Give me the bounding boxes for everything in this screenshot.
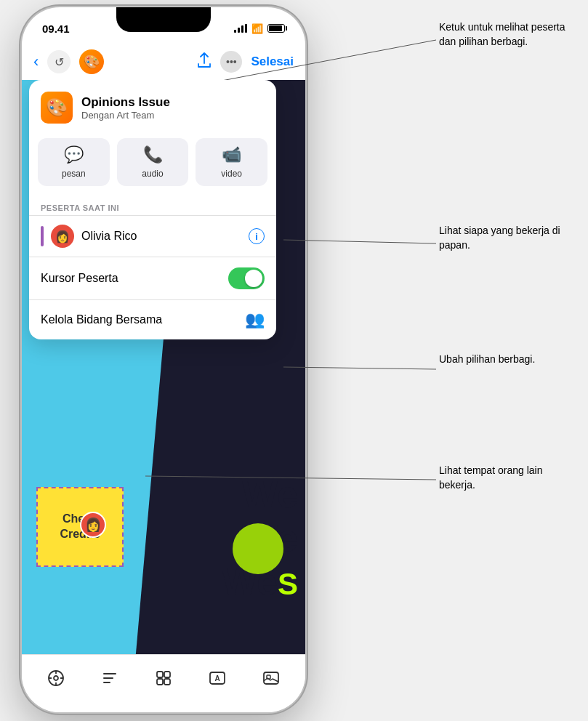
participants-section-label: PESERTA SAAT INI <box>29 198 276 215</box>
palette-icon[interactable]: 🎨 <box>79 49 104 74</box>
manage-label: Kelola Bidang Bersama <box>41 313 245 326</box>
participant-row: 👩 Olivia Rico i <box>29 215 276 257</box>
participant-color-indicator <box>41 226 44 246</box>
cursor-toggle-label: Kursor Peserta <box>41 272 228 285</box>
signal-bar-1 <box>234 30 236 33</box>
svg-rect-8 <box>103 682 110 683</box>
neon-blob <box>233 523 283 574</box>
audio-label: audio <box>142 169 163 179</box>
cursor-toggle-row: Kursor Peserta <box>29 257 276 299</box>
bg-text-1: We <box>242 472 298 516</box>
bottom-toolbar: A <box>22 654 305 712</box>
status-time: 09.41 <box>42 23 70 35</box>
annotation-location-text: Lihat tempat orang lain bekerja. <box>439 464 581 492</box>
svg-rect-9 <box>157 672 163 677</box>
video-action-button[interactable]: 📹 video <box>196 138 267 186</box>
svg-rect-6 <box>103 673 116 674</box>
svg-point-1 <box>54 676 58 680</box>
participant-avatar: 👩 <box>51 225 74 248</box>
svg-line-18 <box>283 240 436 243</box>
canvas-area: We We WeS CheckCredits 👩 🎨 Opinions Issu… <box>22 80 305 661</box>
nav-bar: ‹ ↺ 🎨 ••• Selesai <box>22 44 305 80</box>
popup-title: Opinions Issue <box>81 95 170 110</box>
participant-cursor-avatar: 👩 <box>80 512 106 538</box>
svg-rect-12 <box>164 679 170 685</box>
audio-action-button[interactable]: 📞 audio <box>117 138 189 186</box>
message-icon: 💬 <box>64 145 84 164</box>
message-action-button[interactable]: 💬 pesan <box>38 138 110 186</box>
more-button[interactable]: ••• <box>220 51 242 73</box>
popup-title-group: Opinions Issue Dengan Art Team <box>81 95 170 121</box>
message-label: pesan <box>62 169 86 179</box>
annotation-sharing-text: Ubah pilihan berbagi. <box>439 353 581 367</box>
phone-frame: 09.41 📶 ‹ ↺ 🎨 ••• <box>22 7 305 712</box>
objects-tool-button[interactable] <box>148 662 180 694</box>
popup-actions: 💬 pesan 📞 audio 📹 video <box>29 132 276 198</box>
status-icons: 📶 <box>234 23 285 34</box>
annotation-participants-text: Lihat siapa yang bekerja di papan. <box>439 224 581 252</box>
svg-rect-11 <box>157 679 163 685</box>
undo-button[interactable]: ↺ <box>47 50 71 73</box>
wifi-icon: 📶 <box>251 23 263 34</box>
participant-info-button[interactable]: i <box>249 228 265 244</box>
pencil-tool-button[interactable] <box>40 662 72 694</box>
popup-app-icon: 🎨 <box>41 92 73 124</box>
svg-text:A: A <box>214 674 220 682</box>
video-label: video <box>221 169 242 179</box>
share-button[interactable] <box>197 52 212 72</box>
popup-header: 🎨 Opinions Issue Dengan Art Team <box>29 80 276 132</box>
signal-bar-3 <box>241 25 243 33</box>
audio-icon: 📞 <box>143 145 163 164</box>
svg-rect-10 <box>164 672 170 677</box>
video-icon: 📹 <box>222 145 241 164</box>
popup-subtitle: Dengan Art Team <box>81 110 170 121</box>
battery-fill <box>269 25 282 31</box>
cursor-toggle-switch[interactable] <box>228 267 265 289</box>
popup-card: 🎨 Opinions Issue Dengan Art Team 💬 pesan… <box>29 80 276 339</box>
signal-bar-2 <box>238 28 240 33</box>
svg-rect-15 <box>264 672 278 684</box>
svg-rect-7 <box>103 677 113 679</box>
manage-row[interactable]: Kelola Bidang Bersama 👥 <box>29 299 276 339</box>
manage-icon: 👥 <box>245 310 265 329</box>
nav-left: ‹ ↺ 🎨 <box>33 49 104 74</box>
media-tool-button[interactable] <box>255 662 287 694</box>
signal-bar-4 <box>245 24 247 33</box>
text-tool-button[interactable]: A <box>201 662 233 694</box>
format-tool-button[interactable] <box>94 662 126 694</box>
annotation-share-text: Ketuk untuk melihat peserta dan pilihan … <box>439 20 581 49</box>
back-button[interactable]: ‹ <box>33 52 39 71</box>
nav-right: ••• Selesai <box>197 51 294 73</box>
svg-line-19 <box>283 367 436 369</box>
done-button[interactable]: Selesai <box>251 55 294 69</box>
battery-icon <box>267 24 285 33</box>
notch <box>116 7 211 32</box>
participant-name: Olivia Rico <box>81 230 249 243</box>
toggle-knob <box>245 270 262 287</box>
signal-bars-icon <box>234 24 247 33</box>
